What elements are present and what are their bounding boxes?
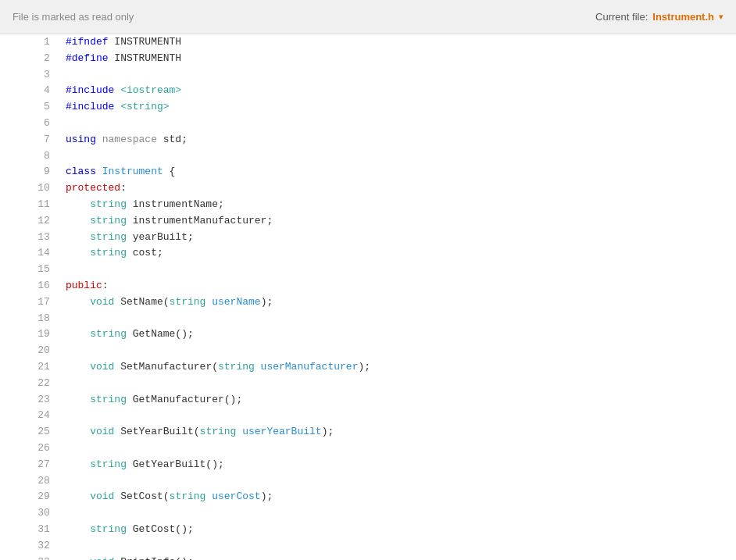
line-number: 6: [0, 116, 59, 132]
table-row: 7using namespace std;: [0, 132, 736, 148]
table-row: 12 string instrumentManufacturer;: [0, 213, 736, 230]
line-number: 23: [0, 392, 59, 408]
line-code: #include <iostream>: [59, 83, 736, 99]
line-number: 21: [0, 359, 59, 376]
line-code: string GetManufacturer();: [59, 392, 736, 408]
line-code: string yearBuilt;: [59, 230, 736, 246]
line-number: 20: [0, 343, 59, 359]
line-code: [59, 376, 736, 392]
line-code: #define INSTRUMENTH: [59, 51, 736, 67]
line-code: void SetYearBuilt(string userYearBuilt);: [59, 424, 736, 441]
table-row: 17 void SetName(string userName);: [0, 294, 736, 311]
table-row: 28: [0, 473, 736, 490]
line-code: #ifndef INSTRUMENTH: [59, 34, 736, 51]
table-row: 16public:: [0, 278, 736, 294]
read-only-notice: File is marked as read only: [13, 11, 134, 23]
line-number: 28: [0, 473, 59, 490]
table-row: 26: [0, 441, 736, 457]
line-number: 2: [0, 51, 59, 67]
line-code: string instrumentName;: [59, 197, 736, 213]
table-row: 33 void PrintInfo();: [0, 555, 736, 561]
line-number: 19: [0, 326, 59, 343]
line-code: void SetManufacturer(string userManufact…: [59, 359, 736, 376]
file-dropdown-icon[interactable]: ▾: [719, 12, 723, 22]
line-code: string instrumentManufacturer;: [59, 213, 736, 230]
table-row: 1#ifndef INSTRUMENTH: [0, 34, 736, 51]
line-number: 24: [0, 408, 59, 424]
line-code: class Instrument {: [59, 164, 736, 180]
line-number: 4: [0, 83, 59, 99]
table-row: 9class Instrument {: [0, 164, 736, 180]
line-code: [59, 148, 736, 165]
table-row: 4#include <iostream>: [0, 83, 736, 99]
line-code: string GetName();: [59, 326, 736, 343]
line-number: 29: [0, 489, 59, 505]
line-code: [59, 67, 736, 84]
table-row: 18: [0, 311, 736, 327]
line-code: [59, 538, 736, 555]
table-row: 22: [0, 376, 736, 392]
line-number: 3: [0, 67, 59, 84]
current-file-label: Current file:: [595, 11, 648, 23]
line-code: string GetCost();: [59, 522, 736, 538]
line-code: string GetYearBuilt();: [59, 457, 736, 473]
code-editor: 1#ifndef INSTRUMENTH2#define INSTRUMENTH…: [0, 34, 736, 560]
current-file-name: Instrument.h: [652, 11, 714, 23]
table-row: 30: [0, 505, 736, 522]
table-row: 20: [0, 343, 736, 359]
line-code: protected:: [59, 180, 736, 197]
line-number: 26: [0, 441, 59, 457]
line-code: #include <string>: [59, 99, 736, 116]
line-number: 33: [0, 555, 59, 561]
code-table: 1#ifndef INSTRUMENTH2#define INSTRUMENTH…: [0, 34, 736, 560]
line-code: [59, 262, 736, 278]
table-row: 24: [0, 408, 736, 424]
line-code: public:: [59, 278, 736, 294]
line-number: 13: [0, 230, 59, 246]
table-row: 25 void SetYearBuilt(string userYearBuil…: [0, 424, 736, 441]
table-row: 10protected:: [0, 180, 736, 197]
line-number: 27: [0, 457, 59, 473]
line-number: 11: [0, 197, 59, 213]
line-number: 5: [0, 99, 59, 116]
line-code: void SetName(string userName);: [59, 294, 736, 311]
line-number: 7: [0, 132, 59, 148]
table-row: 14 string cost;: [0, 245, 736, 262]
table-row: 23 string GetManufacturer();: [0, 392, 736, 408]
current-file-section[interactable]: Current file: Instrument.h ▾: [595, 11, 723, 23]
header-bar: File is marked as read only Current file…: [0, 0, 736, 34]
line-code: void SetCost(string userCost);: [59, 489, 736, 505]
table-row: 13 string yearBuilt;: [0, 230, 736, 246]
table-row: 15: [0, 262, 736, 278]
line-code: [59, 408, 736, 424]
line-number: 10: [0, 180, 59, 197]
line-number: 22: [0, 376, 59, 392]
line-number: 1: [0, 34, 59, 51]
line-number: 12: [0, 213, 59, 230]
table-row: 29 void SetCost(string userCost);: [0, 489, 736, 505]
table-row: 3: [0, 67, 736, 84]
line-code: using namespace std;: [59, 132, 736, 148]
line-number: 18: [0, 311, 59, 327]
table-row: 21 void SetManufacturer(string userManuf…: [0, 359, 736, 376]
line-number: 9: [0, 164, 59, 180]
line-code: [59, 116, 736, 132]
line-number: 16: [0, 278, 59, 294]
line-number: 8: [0, 148, 59, 165]
table-row: 27 string GetYearBuilt();: [0, 457, 736, 473]
table-row: 8: [0, 148, 736, 165]
line-number: 30: [0, 505, 59, 522]
table-row: 5#include <string>: [0, 99, 736, 116]
table-row: 2#define INSTRUMENTH: [0, 51, 736, 67]
line-code: [59, 505, 736, 522]
table-row: 11 string instrumentName;: [0, 197, 736, 213]
line-number: 17: [0, 294, 59, 311]
table-row: 6: [0, 116, 736, 132]
line-number: 31: [0, 522, 59, 538]
line-number: 25: [0, 424, 59, 441]
line-code: [59, 473, 736, 490]
line-code: void PrintInfo();: [59, 555, 736, 561]
line-code: string cost;: [59, 245, 736, 262]
line-code: [59, 441, 736, 457]
line-number: 14: [0, 245, 59, 262]
